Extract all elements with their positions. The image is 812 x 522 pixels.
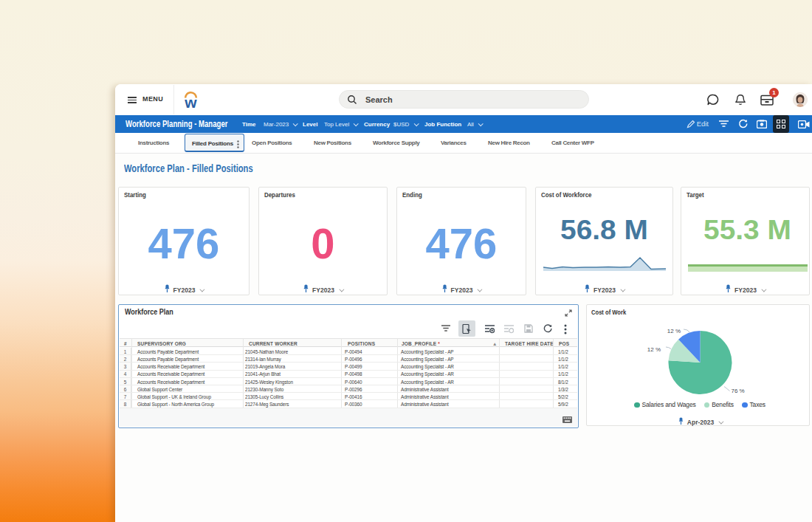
svg-text:12 %: 12 % bbox=[667, 328, 681, 334]
svg-text:76 %: 76 % bbox=[732, 388, 745, 394]
svg-text:12 %: 12 % bbox=[647, 346, 661, 353]
svg-text:w: w bbox=[184, 94, 197, 108]
